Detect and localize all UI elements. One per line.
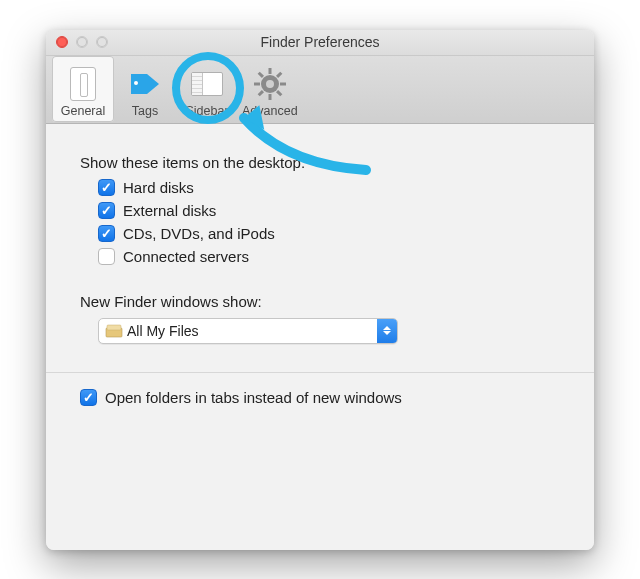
svg-rect-5 bbox=[280, 83, 286, 86]
tab-label: General bbox=[61, 104, 105, 118]
checkbox-icon bbox=[98, 248, 115, 265]
checkbox-label: CDs, DVDs, and iPods bbox=[123, 225, 275, 242]
new-windows-label: New Finder windows show: bbox=[80, 293, 560, 310]
general-icon bbox=[70, 67, 96, 101]
svg-rect-4 bbox=[254, 83, 260, 86]
new-windows-dropdown[interactable]: All My Files bbox=[98, 318, 398, 344]
checkbox-label: Hard disks bbox=[123, 179, 194, 196]
window-controls bbox=[56, 36, 108, 48]
svg-point-10 bbox=[266, 80, 274, 88]
tab-general[interactable]: General bbox=[52, 56, 114, 122]
toolbar: General Tags Sidebar Advanced bbox=[46, 56, 594, 124]
svg-rect-2 bbox=[268, 68, 271, 74]
checkbox-icon bbox=[80, 389, 97, 406]
checkbox-hard-disks[interactable]: Hard disks bbox=[98, 179, 560, 196]
desktop-items-label: Show these items on the desktop: bbox=[80, 154, 560, 171]
window-title: Finder Preferences bbox=[260, 34, 379, 50]
svg-rect-9 bbox=[276, 90, 282, 96]
checkbox-cds-dvds-ipods[interactable]: CDs, DVDs, and iPods bbox=[98, 225, 560, 242]
chevron-updown-icon bbox=[377, 319, 397, 343]
checkbox-icon bbox=[98, 179, 115, 196]
tab-sidebar[interactable]: Sidebar bbox=[176, 56, 238, 122]
checkbox-label: Connected servers bbox=[123, 248, 249, 265]
checkbox-open-in-tabs[interactable]: Open folders in tabs instead of new wind… bbox=[80, 389, 560, 406]
preferences-window: Finder Preferences General Tags Sidebar bbox=[46, 30, 594, 550]
dropdown-value: All My Files bbox=[127, 323, 377, 339]
tab-tags[interactable]: Tags bbox=[114, 56, 176, 122]
minimize-icon[interactable] bbox=[76, 36, 88, 48]
tab-advanced[interactable]: Advanced bbox=[238, 56, 302, 122]
svg-rect-12 bbox=[107, 325, 121, 330]
checkbox-connected-servers[interactable]: Connected servers bbox=[98, 248, 560, 265]
checkbox-icon bbox=[98, 225, 115, 242]
desktop-items-list: Hard disks External disks CDs, DVDs, and… bbox=[98, 179, 560, 265]
checkbox-label: External disks bbox=[123, 202, 216, 219]
svg-rect-3 bbox=[268, 94, 271, 100]
svg-rect-7 bbox=[257, 90, 263, 96]
tab-label: Tags bbox=[132, 104, 158, 118]
divider bbox=[46, 372, 594, 373]
zoom-icon[interactable] bbox=[96, 36, 108, 48]
checkbox-external-disks[interactable]: External disks bbox=[98, 202, 560, 219]
svg-rect-6 bbox=[276, 72, 282, 78]
checkbox-icon bbox=[98, 202, 115, 219]
general-pane: Show these items on the desktop: Hard di… bbox=[46, 124, 594, 550]
svg-point-0 bbox=[134, 81, 138, 85]
tab-label: Sidebar bbox=[185, 104, 228, 118]
titlebar: Finder Preferences bbox=[46, 30, 594, 56]
svg-rect-8 bbox=[257, 72, 263, 78]
all-my-files-icon bbox=[105, 324, 123, 338]
gear-icon bbox=[253, 67, 287, 101]
checkbox-label: Open folders in tabs instead of new wind… bbox=[105, 389, 402, 406]
tab-label: Advanced bbox=[242, 104, 298, 118]
sidebar-icon bbox=[191, 72, 223, 96]
tag-icon bbox=[127, 71, 163, 97]
close-icon[interactable] bbox=[56, 36, 68, 48]
